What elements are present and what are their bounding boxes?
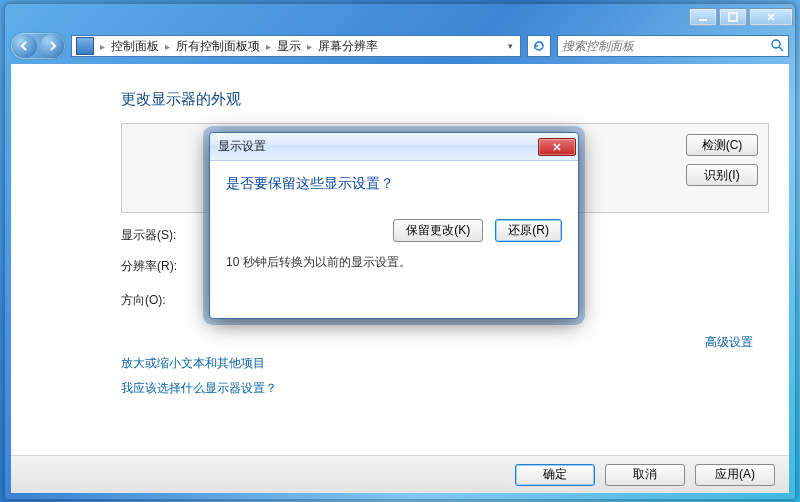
- svg-line-3: [779, 47, 783, 51]
- footer-bar: 确定 取消 应用(A): [11, 455, 789, 493]
- chevron-right-icon: ▸: [305, 41, 314, 52]
- label-display: 显示器(S):: [121, 227, 209, 244]
- search-box[interactable]: [557, 35, 789, 57]
- identify-button[interactable]: 识别(I): [686, 164, 758, 186]
- crumb-2[interactable]: 显示: [273, 38, 305, 55]
- chevron-right-icon: ▸: [264, 41, 273, 52]
- crumb-1[interactable]: 所有控制面板项: [172, 38, 264, 55]
- cancel-button[interactable]: 取消: [605, 464, 685, 486]
- link-text-size[interactable]: 放大或缩小文本和其他项目: [121, 355, 277, 372]
- svg-rect-0: [699, 19, 707, 21]
- dialog-titlebar[interactable]: 显示设置: [210, 133, 578, 161]
- navigation-row: ▸ 控制面板 ▸ 所有控制面板项 ▸ 显示 ▸ 屏幕分辨率 ▾: [11, 30, 789, 62]
- maximize-button[interactable]: [719, 8, 747, 26]
- svg-rect-1: [729, 13, 737, 21]
- svg-point-2: [772, 40, 780, 48]
- page-heading: 更改显示器的外观: [121, 90, 769, 109]
- chevron-right-icon: ▸: [163, 41, 172, 52]
- search-icon[interactable]: [770, 38, 784, 55]
- crumb-3[interactable]: 屏幕分辨率: [314, 38, 382, 55]
- breadcrumb: ▸ 控制面板 ▸ 所有控制面板项 ▸ 显示 ▸ 屏幕分辨率: [98, 38, 382, 55]
- crumb-0[interactable]: 控制面板: [107, 38, 163, 55]
- monitor-side-buttons: 检测(C) 识别(I): [686, 134, 758, 186]
- dialog-message: 是否要保留这些显示设置？: [226, 175, 562, 193]
- bottom-links: 放大或缩小文本和其他项目 我应该选择什么显示器设置？: [121, 355, 277, 397]
- display-settings-dialog: 显示设置 是否要保留这些显示设置？ 保留更改(K) 还原(R) 10 秒钟后转换…: [209, 132, 579, 319]
- keep-changes-button[interactable]: 保留更改(K): [393, 219, 483, 242]
- chevron-right-icon: ▸: [98, 41, 107, 52]
- minimize-button[interactable]: [689, 8, 717, 26]
- revert-button[interactable]: 还原(R): [495, 219, 562, 242]
- dialog-close-button[interactable]: [538, 138, 576, 156]
- dialog-countdown-text: 10 秒钟后转换为以前的显示设置。: [226, 254, 562, 271]
- address-dropdown-icon[interactable]: ▾: [502, 38, 518, 54]
- ok-button[interactable]: 确定: [515, 464, 595, 486]
- search-input[interactable]: [558, 39, 788, 53]
- advanced-settings-link[interactable]: 高级设置: [705, 334, 753, 351]
- label-orientation: 方向(O):: [121, 292, 209, 309]
- apply-button[interactable]: 应用(A): [695, 464, 775, 486]
- forward-button[interactable]: [40, 34, 64, 58]
- detect-button[interactable]: 检测(C): [686, 134, 758, 156]
- dialog-button-row: 保留更改(K) 还原(R): [226, 219, 562, 242]
- titlebar: [5, 4, 795, 30]
- close-button[interactable]: [749, 8, 793, 26]
- nav-back-forward: [11, 33, 65, 59]
- dialog-body: 是否要保留这些显示设置？ 保留更改(K) 还原(R) 10 秒钟后转换为以前的显…: [210, 161, 578, 318]
- link-help[interactable]: 我应该选择什么显示器设置？: [121, 380, 277, 397]
- dialog-title-text: 显示设置: [218, 138, 266, 155]
- control-panel-icon: [76, 37, 94, 55]
- label-resolution: 分辨率(R):: [121, 258, 209, 275]
- address-bar[interactable]: ▸ 控制面板 ▸ 所有控制面板项 ▸ 显示 ▸ 屏幕分辨率 ▾: [71, 35, 521, 57]
- back-button[interactable]: [13, 34, 37, 58]
- refresh-button[interactable]: [527, 35, 551, 57]
